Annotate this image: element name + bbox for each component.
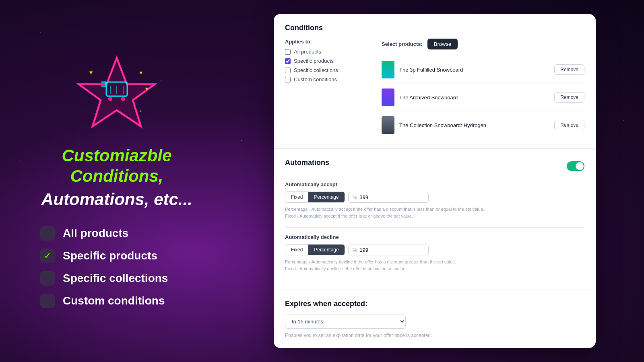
auto-accept-controls: Fixed Percentage % [285,191,584,203]
accept-value-input-wrap: % [348,192,429,203]
checkbox-custom-conditions-input[interactable] [285,77,291,82]
applies-to-col: Applies to: All products Specific produc… [285,39,365,139]
accept-tab-group: Fixed Percentage [285,191,345,203]
product-name-2: The Archived Snowboard [399,95,549,101]
percent-icon-accept: % [353,194,357,200]
svg-rect-16 [44,275,51,282]
list-item: Specific collections [40,271,209,286]
select-products-label: Select products: [382,41,423,47]
auto-decline-hint: Percentage - Automatically decline if th… [285,259,584,272]
auto-accept-hint: Percentage - Automatically accept if the… [285,206,584,219]
decline-tab-percentage[interactable]: Percentage [308,245,344,255]
accept-tab-fixed[interactable]: Fixed [285,192,308,202]
list-item: Custom conditions [40,294,209,308]
radio-label-all: All products [294,49,321,55]
svg-text:✦: ✦ [139,109,142,113]
select-products-header: Select products: Browse [382,39,584,49]
product-list: The 3p Fulfilled Snowboard Remove The Ar… [382,56,584,139]
expires-hint: Enables you to set an expiration date fo… [285,333,584,338]
svg-text:★: ★ [145,86,149,91]
radio-specific-products[interactable]: Specific products [285,58,365,64]
applies-to-label: Applies to: [285,39,365,45]
accept-value-input[interactable] [359,194,424,200]
svg-point-7 [121,97,125,101]
product-name-1: The 3p Fulfilled Snowboard [399,67,549,73]
auto-decline-controls: Fixed Percentage % [285,244,584,255]
expires-select[interactable]: In 15 minutes In 30 minutes In 1 hour In… [285,315,406,329]
checkbox-custom-conditions [40,294,55,308]
checklist-label-all-products: All products [63,227,128,240]
checkbox-specific-collections [40,271,55,286]
select-products-col: Select products: Browse The 3p Fulfilled… [382,39,584,139]
expires-section: Expires when accepted: In 15 minutes In … [274,290,596,348]
right-panel: Conditions Applies to: All products Spec… [233,6,644,356]
remove-button-1[interactable]: Remove [554,64,584,75]
checkbox-all-products [40,226,55,241]
headline: Customiazble Conditions, [24,146,209,186]
radio-label-specific-products: Specific products [294,58,334,64]
product-item: The Collection Snowboard: Hydrogen Remov… [382,111,584,139]
conditions-title: Conditions [285,24,584,32]
checkbox-all-products-input[interactable] [285,49,291,55]
remove-button-2[interactable]: Remove [554,92,584,103]
checkbox-specific-products: ✓ [40,249,55,263]
decline-value-input[interactable] [359,247,424,253]
decline-tab-group: Fixed Percentage [285,244,345,255]
product-thumb-2 [382,88,394,106]
svg-text:★: ★ [139,70,143,75]
radio-all-products[interactable]: All products [285,49,365,55]
radio-custom-conditions[interactable]: Custom conditions [285,76,365,82]
auto-decline-label: Automatically decline [285,234,584,240]
product-name-3: The Collection Snowboard: Hydrogen [399,122,549,128]
accept-tab-percentage[interactable]: Percentage [308,192,344,202]
checkbox-specific-products-input[interactable] [285,58,291,64]
decline-tab-fixed[interactable]: Fixed [285,245,308,255]
checklist-label-specific-collections: Specific collections [63,272,168,285]
svg-rect-15 [44,230,51,237]
browse-button[interactable]: Browse [427,39,458,49]
automation-toggle[interactable] [567,161,584,171]
svg-point-6 [108,97,112,101]
automations-header: Automations [285,158,584,173]
divider [285,227,584,228]
logo-container: ★ ★ ★ ✦ [76,54,157,136]
product-thumb-3 [382,116,394,134]
automations-section: Automations Automatically accept Fixed P… [274,149,596,290]
decline-value-input-wrap: % [348,245,429,255]
radio-label-specific-collections: Specific collections [294,67,338,73]
checklist-label-custom-conditions: Custom conditions [63,294,165,307]
auto-decline-block: Automatically decline Fixed Percentage %… [285,234,584,272]
radio-label-custom-conditions: Custom conditions [294,76,337,82]
svg-text:★: ★ [89,69,94,75]
auto-accept-block: Automatically accept Fixed Percentage % … [285,181,584,219]
auto-accept-label: Automatically accept [285,181,584,187]
subheadline: Automations, etc... [41,189,192,210]
remove-button-3[interactable]: Remove [554,120,584,130]
product-item: The 3p Fulfilled Snowboard Remove [382,56,584,84]
checklist: All products ✓ Specific products Specifi… [24,226,209,308]
automations-title: Automations [285,158,329,167]
checklist-label-specific-products: Specific products [63,249,157,262]
left-panel: ★ ★ ★ ✦ Customiazble Conditions, Automat… [0,38,233,324]
conditions-section: Conditions Applies to: All products Spec… [274,14,596,149]
percent-icon-decline: % [353,247,357,253]
expires-title: Expires when accepted: [285,300,584,308]
checkbox-specific-collections-input[interactable] [285,68,291,73]
product-item: The Archived Snowboard Remove [382,84,584,111]
product-thumb-1 [382,61,394,78]
conditions-row: Applies to: All products Specific produc… [285,39,584,139]
list-item: All products [40,226,209,241]
svg-rect-17 [44,298,51,304]
radio-specific-collections[interactable]: Specific collections [285,67,365,73]
list-item: ✓ Specific products [40,249,209,263]
radio-group: All products Specific products Specific … [285,49,365,82]
main-card: Conditions Applies to: All products Spec… [274,14,596,348]
